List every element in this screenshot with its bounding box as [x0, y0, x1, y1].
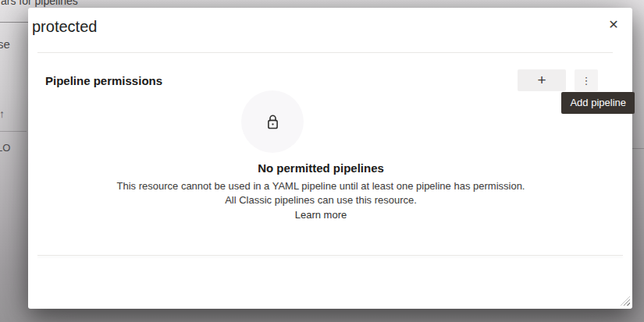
add-pipeline-tooltip: Add pipeline: [561, 92, 635, 114]
background-page-text: ars for pipelines: [1, 0, 78, 7]
lock-icon: [265, 113, 281, 131]
section-heading: Pipeline permissions: [45, 74, 162, 87]
learn-more-link[interactable]: Learn more: [295, 208, 347, 222]
section-actions: + ⋮: [518, 69, 598, 91]
title-divider: [37, 52, 613, 53]
background-divider: [632, 148, 644, 149]
dialog-title: protected: [32, 18, 97, 36]
empty-state-illustration: [241, 90, 304, 153]
pipeline-permissions-dialog: protected ✕ Pipeline permissions + ⋮ Add…: [28, 8, 632, 309]
screen: ars for pipelines se ↑ LO protected ✕ Pi…: [0, 0, 644, 322]
empty-state-line1: This resource cannot be used in a YAML p…: [28, 179, 614, 193]
add-pipeline-button[interactable]: +: [518, 69, 566, 91]
content-divider: [37, 255, 623, 256]
empty-state-title: No permitted pipelines: [28, 161, 614, 175]
empty-state-line2: All Classic pipelines can use this resou…: [28, 193, 614, 207]
empty-state-text: No permitted pipelines This resource can…: [28, 161, 614, 222]
plus-icon: +: [537, 73, 546, 87]
close-icon: ✕: [608, 17, 618, 32]
kebab-menu-icon: ⋮: [582, 76, 592, 86]
background-text-fragment: LO: [0, 142, 10, 154]
close-button[interactable]: ✕: [603, 14, 624, 34]
background-divider: [0, 22, 29, 23]
resize-handle-icon[interactable]: [621, 296, 630, 306]
background-text-fragment: se: [0, 37, 10, 51]
background-arrow-fragment: ↑: [0, 108, 5, 120]
more-options-button[interactable]: ⋮: [575, 69, 598, 91]
background-divider: [0, 131, 27, 132]
section-header-row: Pipeline permissions + ⋮: [45, 69, 598, 92]
